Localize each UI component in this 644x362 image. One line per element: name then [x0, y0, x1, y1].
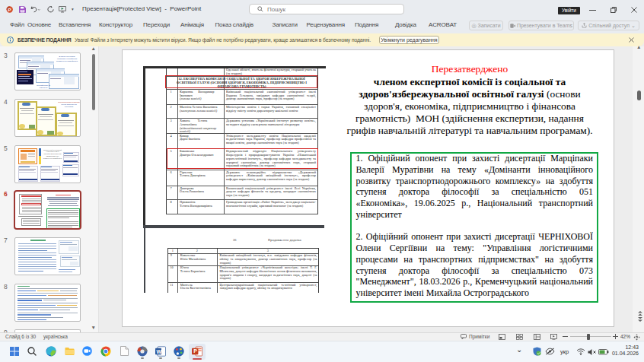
svg-text:P: P [8, 7, 11, 11]
svg-text:W: W [157, 349, 162, 354]
svg-text:P: P [193, 348, 197, 354]
